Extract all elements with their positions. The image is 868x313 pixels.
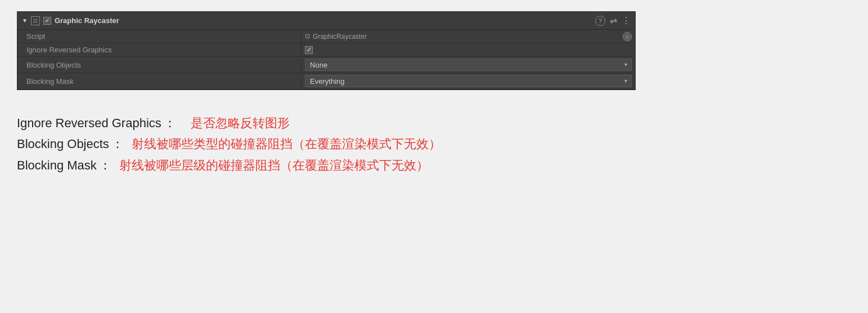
blocking-objects-value: None Two D Three D All (302, 57, 635, 73)
annotation-blocking-objects-colon: ： (111, 133, 124, 154)
script-icon: ⊡ (305, 33, 310, 40)
script-name: GraphicRaycaster (313, 33, 367, 41)
enable-checkbox[interactable]: ✓ (43, 17, 51, 25)
script-row: Script ⊡ GraphicRaycaster ◎ (17, 30, 635, 43)
main-container: ▼ ⊡ ✓ Graphic Raycaster ? ⇌ ⋮ Script ⊡ G… (0, 0, 868, 193)
inspector-panel: ▼ ⊡ ✓ Graphic Raycaster ? ⇌ ⋮ Script ⊡ G… (17, 11, 636, 90)
annotation-blocking-mask-label: Blocking Mask (17, 155, 97, 176)
settings-icon[interactable]: ⇌ (610, 15, 617, 26)
panel-title: Graphic Raycaster (55, 16, 592, 25)
blocking-objects-label: Blocking Objects (17, 59, 302, 71)
header-icons: ? ⇌ ⋮ (595, 15, 631, 26)
blocking-mask-dropdown-wrapper: Everything Nothing Default TransparentFX… (305, 75, 632, 87)
help-icon[interactable]: ? (595, 16, 605, 26)
script-select-btn[interactable]: ◎ (623, 32, 632, 41)
inspector-header: ▼ ⊡ ✓ Graphic Raycaster ? ⇌ ⋮ (17, 12, 635, 30)
ignore-reversed-graphics-row: Ignore Reversed Graphics ✓ (17, 43, 635, 57)
script-value: ⊡ GraphicRaycaster (305, 33, 367, 41)
annotation-ignore-reversed: Ignore Reversed Graphics ： 是否忽略反转图形 (17, 113, 851, 133)
script-value-cell: ⊡ GraphicRaycaster ◎ (302, 30, 635, 43)
annotation-blocking-mask-desc: 射线被哪些层级的碰撞器阻挡（在覆盖渲染模式下无效） (119, 155, 429, 176)
blocking-mask-value: Everything Nothing Default TransparentFX… (302, 73, 635, 89)
annotation-blocking-mask-colon: ： (99, 155, 111, 176)
blocking-objects-dropdown-wrapper: None Two D Three D All (305, 59, 632, 71)
ignore-reversed-graphics-label: Ignore Reversed Graphics (17, 43, 302, 56)
annotation-ignore-reversed-colon: ： (164, 113, 176, 133)
script-label: Script (17, 30, 302, 43)
component-icon: ⊡ (31, 16, 40, 25)
annotation-blocking-objects-label: Blocking Objects (17, 133, 109, 154)
more-menu-icon[interactable]: ⋮ (622, 15, 631, 26)
ignore-reversed-graphics-value: ✓ (302, 44, 635, 56)
blocking-objects-dropdown[interactable]: None Two D Three D All (305, 59, 632, 71)
blocking-mask-row: Blocking Mask Everything Nothing Default… (17, 73, 635, 90)
annotation-ignore-reversed-label: Ignore Reversed Graphics (17, 113, 161, 133)
blocking-mask-dropdown[interactable]: Everything Nothing Default TransparentFX… (305, 75, 632, 87)
blocking-mask-label: Blocking Mask (17, 75, 302, 88)
annotations-section: Ignore Reversed Graphics ： 是否忽略反转图形 Bloc… (17, 107, 851, 181)
annotation-blocking-objects-desc: 射线被哪些类型的碰撞器阻挡（在覆盖渲染模式下无效） (132, 133, 441, 154)
annotation-blocking-objects: Blocking Objects ： 射线被哪些类型的碰撞器阻挡（在覆盖渲染模式… (17, 133, 851, 154)
ignore-reversed-graphics-checkbox[interactable]: ✓ (305, 46, 313, 54)
annotation-ignore-reversed-desc: 是否忽略反转图形 (191, 113, 290, 133)
blocking-objects-row: Blocking Objects None Two D Three D All (17, 57, 635, 73)
fold-arrow-icon[interactable]: ▼ (22, 17, 28, 24)
annotation-blocking-mask: Blocking Mask ： 射线被哪些层级的碰撞器阻挡（在覆盖渲染模式下无效… (17, 155, 851, 176)
